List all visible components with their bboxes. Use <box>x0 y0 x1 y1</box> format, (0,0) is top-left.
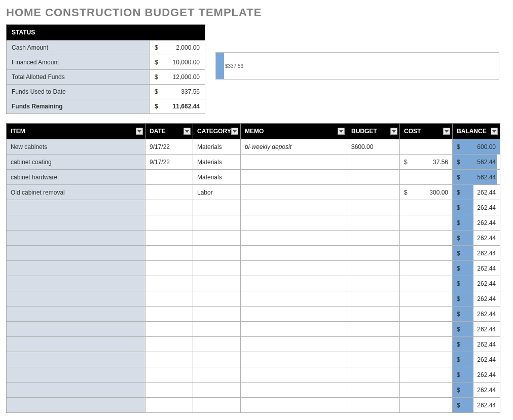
cell-memo[interactable] <box>241 352 347 367</box>
cell-date[interactable] <box>145 261 193 276</box>
status-value[interactable]: $10,000.00 <box>150 55 205 70</box>
cell-cost[interactable] <box>400 170 453 185</box>
cell-memo[interactable] <box>241 383 347 398</box>
filter-icon[interactable] <box>231 128 238 135</box>
cell-item[interactable] <box>7 367 145 383</box>
cell-balance[interactable]: $262.44 <box>453 398 500 413</box>
status-label[interactable]: Financed Amount <box>7 55 150 70</box>
cell-balance[interactable]: $262.44 <box>453 337 500 352</box>
cell-category[interactable] <box>193 276 241 291</box>
cell-item[interactable] <box>7 322 145 337</box>
cell-budget[interactable] <box>347 367 400 383</box>
cell-memo[interactable] <box>241 291 347 307</box>
filter-icon[interactable] <box>184 128 191 135</box>
cell-item[interactable] <box>7 215 145 231</box>
filter-icon[interactable] <box>338 128 345 135</box>
cell-memo[interactable] <box>241 200 347 215</box>
cell-category[interactable] <box>193 307 241 322</box>
cell-item[interactable] <box>7 231 145 246</box>
cell-budget[interactable] <box>347 291 400 307</box>
cell-balance[interactable]: $262.44 <box>453 367 500 383</box>
cell-item[interactable] <box>7 352 145 367</box>
status-value[interactable]: $337.56 <box>150 85 205 99</box>
cell-memo[interactable] <box>241 307 347 322</box>
cell-memo[interactable] <box>241 170 347 185</box>
cell-cost[interactable] <box>400 337 453 352</box>
filter-icon[interactable] <box>390 128 397 135</box>
filter-icon[interactable] <box>136 128 143 135</box>
filter-icon[interactable] <box>443 128 450 135</box>
cell-item[interactable] <box>7 276 145 291</box>
cell-date[interactable] <box>145 337 193 352</box>
col-header-item[interactable]: ITEM <box>7 124 145 139</box>
cell-budget[interactable] <box>347 246 400 261</box>
cell-cost[interactable] <box>400 200 453 215</box>
cell-category[interactable] <box>193 352 241 367</box>
cell-date[interactable] <box>145 352 193 367</box>
cell-date[interactable] <box>145 307 193 322</box>
cell-budget[interactable] <box>347 307 400 322</box>
cell-balance[interactable]: $600.00 <box>453 139 500 155</box>
cell-budget[interactable] <box>347 185 400 200</box>
cell-item[interactable]: New cabinets <box>7 139 145 155</box>
cell-category[interactable] <box>193 383 241 398</box>
cell-memo[interactable]: bi-weekly deposit <box>241 139 347 155</box>
cell-memo[interactable] <box>241 155 347 170</box>
cell-cost[interactable] <box>400 291 453 307</box>
cell-category[interactable] <box>193 398 241 413</box>
cell-item[interactable]: Old cabinet removal <box>7 185 145 200</box>
cell-balance[interactable]: $262.44 <box>453 215 500 231</box>
cell-category[interactable] <box>193 261 241 276</box>
col-header-date[interactable]: DATE <box>145 124 193 139</box>
cell-item[interactable] <box>7 383 145 398</box>
col-header-budget[interactable]: BUDGET <box>347 124 400 139</box>
cell-balance[interactable]: $262.44 <box>453 261 500 276</box>
cell-budget[interactable] <box>347 200 400 215</box>
cell-cost[interactable] <box>400 139 453 155</box>
cell-category[interactable] <box>193 367 241 383</box>
cell-cost[interactable] <box>400 246 453 261</box>
cell-category[interactable]: Materials <box>193 139 241 155</box>
cell-balance[interactable]: $262.44 <box>453 231 500 246</box>
cell-budget[interactable] <box>347 261 400 276</box>
col-header-category[interactable]: CATEGORY <box>193 124 241 139</box>
cell-balance[interactable]: $262.44 <box>453 383 500 398</box>
cell-item[interactable] <box>7 200 145 215</box>
cell-item[interactable] <box>7 246 145 261</box>
status-value[interactable]: $11,662.44 <box>150 99 205 114</box>
cell-budget[interactable] <box>347 352 400 367</box>
status-value[interactable]: $2,000.00 <box>150 41 205 55</box>
cell-cost[interactable] <box>400 398 453 413</box>
cell-cost[interactable] <box>400 383 453 398</box>
status-label[interactable]: Cash Amount <box>7 41 150 55</box>
cell-budget[interactable] <box>347 337 400 352</box>
cell-balance[interactable]: $262.44 <box>453 185 500 200</box>
cell-date[interactable] <box>145 276 193 291</box>
cell-balance[interactable]: $262.44 <box>453 307 500 322</box>
cell-cost[interactable] <box>400 276 453 291</box>
filter-icon[interactable] <box>491 128 498 135</box>
cell-budget[interactable] <box>347 322 400 337</box>
cell-balance[interactable]: $262.44 <box>453 352 500 367</box>
cell-item[interactable] <box>7 307 145 322</box>
cell-budget[interactable] <box>347 170 400 185</box>
cell-item[interactable] <box>7 261 145 276</box>
cell-date[interactable] <box>145 231 193 246</box>
cell-memo[interactable] <box>241 398 347 413</box>
status-label[interactable]: Funds Remaining <box>7 99 150 114</box>
cell-memo[interactable] <box>241 215 347 231</box>
cell-memo[interactable] <box>241 367 347 383</box>
cell-balance[interactable]: $262.44 <box>453 246 500 261</box>
cell-item[interactable]: cabinet hardware <box>7 170 145 185</box>
cell-date[interactable] <box>145 200 193 215</box>
cell-category[interactable] <box>193 231 241 246</box>
cell-date[interactable] <box>145 170 193 185</box>
cell-budget[interactable] <box>347 215 400 231</box>
cell-memo[interactable] <box>241 276 347 291</box>
cell-cost[interactable]: $300.00 <box>400 185 453 200</box>
cell-category[interactable] <box>193 246 241 261</box>
cell-budget[interactable] <box>347 383 400 398</box>
cell-date[interactable] <box>145 367 193 383</box>
cell-cost[interactable] <box>400 215 453 231</box>
cell-budget[interactable]: $600.00 <box>347 139 400 155</box>
